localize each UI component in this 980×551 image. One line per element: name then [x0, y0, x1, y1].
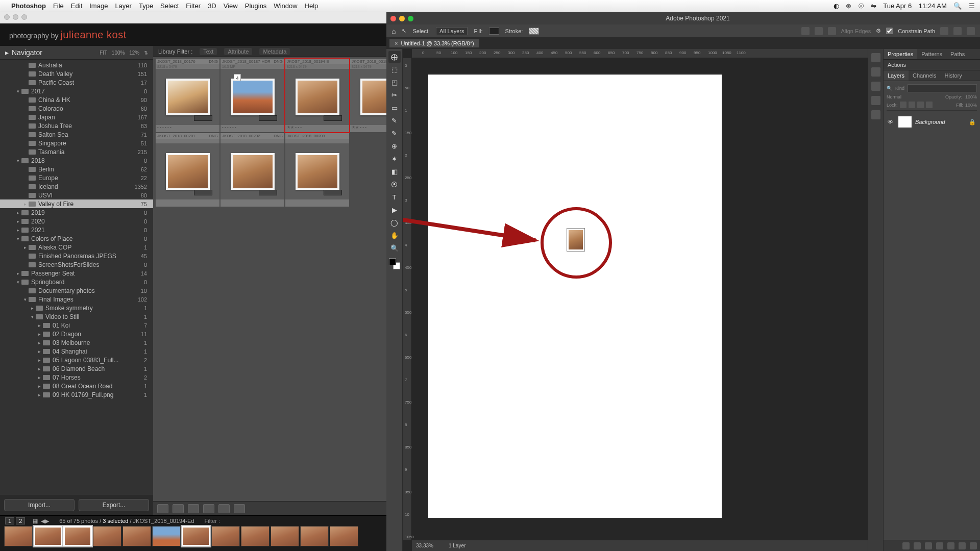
folder-row[interactable]: ▾Final Images102 — [0, 295, 153, 304]
adjustments-panel-icon[interactable] — [871, 96, 880, 105]
layer-kind[interactable]: Kind — [895, 86, 904, 91]
tab-channels[interactable]: Channels — [909, 70, 940, 81]
menu-layer[interactable]: Layer — [115, 2, 132, 10]
filmstrip-thumb[interactable] — [122, 526, 151, 546]
tab-history[interactable]: History — [941, 70, 966, 81]
close-icon[interactable] — [4, 14, 10, 20]
loupe-view-icon[interactable] — [173, 504, 184, 513]
blend-mode[interactable]: Normal — [887, 94, 942, 99]
distribute-icon[interactable] — [815, 27, 823, 35]
folder-row[interactable]: ▾Colors of Place0 — [0, 234, 153, 243]
home-icon[interactable]: ⌂ — [391, 27, 396, 35]
color-panel-icon[interactable] — [871, 53, 880, 62]
menu-view[interactable]: View — [224, 2, 238, 10]
folder-row[interactable]: Singapore51 — [0, 139, 153, 147]
import-button[interactable]: Import... — [4, 499, 75, 511]
fill-swatch[interactable] — [489, 28, 499, 35]
document-tab[interactable]: × Untitled-1 @ 33.3% (RGB/8*) — [389, 39, 479, 47]
folder-row[interactable]: Berlin62 — [0, 165, 153, 173]
folder-row[interactable]: ▸20200 — [0, 217, 153, 226]
menu-plugins[interactable]: Plugins — [245, 2, 267, 10]
layer-filter-dropdown[interactable] — [908, 84, 977, 92]
menu-type[interactable]: Type — [139, 2, 153, 10]
tool-button[interactable]: ✋ — [388, 230, 401, 241]
gradients-panel-icon[interactable] — [871, 82, 880, 91]
menubar-app-name[interactable]: Photoshop — [11, 2, 46, 10]
search-icon[interactable]: 🔍 — [953, 2, 962, 10]
export-button[interactable]: Export... — [79, 499, 149, 511]
tool-button[interactable]: ✂ — [388, 89, 401, 101]
tool-button[interactable]: ◧ — [388, 166, 401, 178]
tool-button[interactable]: ⊕ — [388, 140, 401, 152]
nav-zoom[interactable]: 12% — [129, 50, 139, 56]
tool-button[interactable]: ✎ — [388, 115, 401, 127]
gear-icon[interactable]: ⚙ — [876, 28, 881, 34]
chevron-updown-icon[interactable]: ⇅ — [144, 50, 148, 56]
control-center-icon[interactable]: ☰ — [969, 2, 975, 10]
folder-row[interactable]: ▸01 Koi7 — [0, 321, 153, 330]
folder-row[interactable]: Death Valley151 — [0, 69, 153, 78]
move-tool-icon[interactable]: ↖ — [402, 28, 406, 34]
status-zoom[interactable]: 33.33% — [416, 543, 433, 548]
filter-metadata[interactable]: Metadata — [259, 48, 290, 55]
folder-row[interactable]: ▸02 Dragon11 — [0, 330, 153, 338]
folder-row[interactable]: Colorado60 — [0, 104, 153, 113]
folder-row[interactable]: USVI80 — [0, 191, 153, 199]
tool-button[interactable]: T — [388, 191, 401, 203]
lock-artboard-icon[interactable] — [917, 102, 924, 108]
tool-button[interactable]: ✶ — [388, 153, 401, 165]
folder-row[interactable]: Australia110 — [0, 61, 153, 69]
nav-back-icon[interactable]: ◀ — [41, 518, 45, 524]
tool-button[interactable]: ◰ — [388, 77, 401, 88]
visibility-icon[interactable]: 👁 — [888, 119, 895, 125]
swatches-panel-icon[interactable] — [871, 67, 880, 77]
grid-cell[interactable]: JKOST_2018_00202DNG — [220, 133, 284, 207]
constrain-path-checkbox[interactable] — [886, 28, 893, 34]
survey-view-icon[interactable] — [203, 504, 214, 513]
folder-row[interactable]: ScreenShotsForSlides0 — [0, 260, 153, 269]
filter-attribute[interactable]: Attribute — [224, 48, 252, 55]
tool-button[interactable]: ▶ — [388, 204, 401, 216]
new-group-icon[interactable] — [947, 542, 954, 549]
navigator-header[interactable]: ▸ Navigator FIT 100% 12% ⇅ — [0, 46, 153, 60]
folder-row[interactable]: ▾20170 — [0, 87, 153, 95]
menu-window[interactable]: Window — [274, 2, 297, 10]
folder-row[interactable]: ▸09 HK 01769_Full.png1 — [0, 390, 153, 399]
folder-row[interactable]: ▸07 Horses2 — [0, 373, 153, 382]
nav-fwd-icon[interactable]: ▶ — [45, 518, 49, 524]
align-icon[interactable] — [801, 27, 810, 35]
folder-row[interactable]: ▸Alaska COP1 — [0, 243, 153, 252]
grid-view-icon[interactable] — [157, 504, 168, 513]
folder-row[interactable]: Documentary photos10 — [0, 286, 153, 295]
opacity-value[interactable]: 100% — [965, 94, 977, 99]
filmstrip-thumb[interactable] — [300, 526, 329, 546]
lock-position-icon[interactable] — [909, 102, 915, 108]
layer-style-icon[interactable] — [914, 542, 921, 549]
tab-layers[interactable]: Layers — [884, 70, 909, 81]
menu-edit[interactable]: Edit — [71, 2, 82, 10]
folder-row[interactable]: ▸08 Great Ocean Road1 — [0, 382, 153, 390]
filmstrip-filter[interactable]: Filter : — [204, 518, 220, 524]
grid-cell[interactable]: JKOST_2018_00201DNG — [156, 133, 219, 207]
close-icon[interactable] — [390, 16, 396, 21]
tool-button[interactable]: ⨁ — [388, 51, 401, 63]
grid-cell[interactable]: JKOST_2018_00194-E8218 x 5479★★ • • • — [285, 59, 349, 132]
grid-icon[interactable]: ▦ — [33, 518, 38, 524]
tab-patterns[interactable]: Patterns — [917, 49, 946, 59]
layer-name[interactable]: Background — [915, 119, 966, 125]
canvas[interactable] — [428, 74, 722, 518]
nav-fit[interactable]: FIT — [100, 50, 107, 56]
zoom-icon[interactable] — [21, 14, 27, 20]
filmstrip-thumb[interactable] — [271, 526, 299, 546]
select-dropdown[interactable]: All Layers — [436, 27, 468, 35]
filmstrip-thumb[interactable] — [34, 526, 62, 546]
libraries-panel-icon[interactable] — [871, 110, 880, 119]
tool-button[interactable]: 🔍 — [388, 242, 401, 254]
filmstrip-thumb[interactable] — [330, 526, 358, 546]
menu-select[interactable]: Select — [160, 2, 179, 10]
fill-value[interactable]: 100% — [965, 103, 977, 108]
folder-row[interactable]: Japan167 — [0, 113, 153, 121]
folder-row[interactable]: ▸Valley of Fire75 — [0, 199, 153, 208]
folder-row[interactable]: Pacific Coast17 — [0, 78, 153, 87]
folder-row[interactable]: ▸04 Shanghai1 — [0, 347, 153, 356]
